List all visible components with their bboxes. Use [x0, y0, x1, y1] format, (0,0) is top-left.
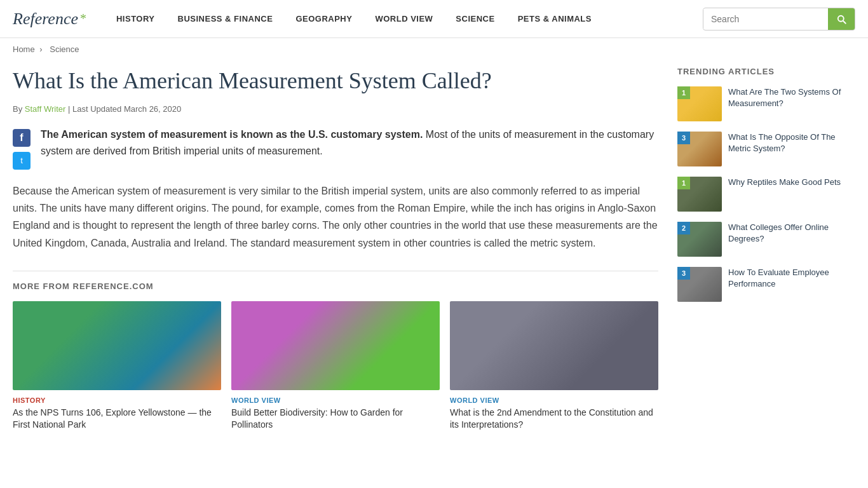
- nav-item-business---finance[interactable]: BUSINESS & FINANCE: [166, 14, 285, 24]
- header: Reference* HISTORYBUSINESS & FINANCEGEOG…: [0, 0, 868, 38]
- more-from-title: MORE FROM REFERENCE.COM: [13, 271, 658, 291]
- card-category: HISTORY: [13, 396, 221, 404]
- trending-image-wrap: 1: [677, 86, 722, 121]
- facebook-share-button[interactable]: f: [13, 129, 31, 147]
- nav-item-geography[interactable]: GEOGRAPHY: [284, 14, 363, 24]
- breadcrumb: Home › Science: [0, 38, 868, 60]
- trending-item[interactable]: 1 What Are The Two Systems Of Measuremen…: [677, 86, 855, 121]
- main-nav: HISTORYBUSINESS & FINANCEGEOGRAPHYWORLD …: [105, 14, 703, 24]
- breadcrumb-current: Science: [50, 44, 79, 54]
- trending-image-wrap: 3: [677, 132, 722, 166]
- trending-item[interactable]: 1 Why Reptiles Make Good Pets: [677, 177, 855, 212]
- card-image: [231, 301, 440, 390]
- trending-image-wrap: 1: [677, 177, 722, 212]
- card-title: What is the 2nd Amendment to the Constit…: [450, 407, 658, 431]
- article-lead: f t The American system of measurement i…: [13, 126, 658, 170]
- nav-item-world-view[interactable]: WORLD VIEW: [363, 14, 444, 24]
- nav-item-pets---animals[interactable]: PETS & ANIMALS: [506, 14, 603, 24]
- article-updated: Last Updated March 26, 2020: [72, 104, 181, 114]
- card-item[interactable]: WORLD VIEW Build Better Biodiversity: Ho…: [231, 301, 440, 431]
- card-item[interactable]: HISTORY As the NPS Turns 106, Explore Ye…: [13, 301, 221, 431]
- site-logo[interactable]: Reference*: [13, 10, 86, 29]
- trending-image-wrap: 2: [677, 222, 722, 257]
- main-layout: What Is the American Measurement System …: [0, 60, 868, 444]
- trending-image-wrap: 3: [677, 267, 722, 302]
- article-meta: By Staff Writer | Last Updated March 26,…: [13, 104, 658, 114]
- card-category: WORLD VIEW: [231, 396, 440, 404]
- article-area: What Is the American Measurement System …: [13, 67, 658, 431]
- trending-list: 1 What Are The Two Systems Of Measuremen…: [677, 86, 855, 302]
- lead-bold: The American system of measurement is kn…: [41, 129, 423, 140]
- card-grid: HISTORY As the NPS Turns 106, Explore Ye…: [13, 301, 658, 431]
- breadcrumb-separator: ›: [39, 44, 42, 54]
- card-title: Build Better Biodiversity: How to Garden…: [231, 407, 440, 431]
- trending-item[interactable]: 3 What Is The Opposite Of The Metric Sys…: [677, 132, 855, 166]
- trending-title: TRENDING ARTICLES: [677, 67, 855, 76]
- trending-item[interactable]: 2 What Colleges Offer Online Degrees?: [677, 222, 855, 257]
- article-author: Staff Writer: [25, 104, 66, 114]
- search-button[interactable]: [828, 8, 855, 30]
- trending-item[interactable]: 3 How To Evaluate Employee Performance: [677, 267, 855, 302]
- trending-rank-badge: 1: [677, 177, 690, 189]
- nav-item-science[interactable]: SCIENCE: [444, 14, 506, 24]
- card-image: [13, 301, 221, 390]
- card-category: WORLD VIEW: [450, 396, 658, 404]
- card-image: [450, 301, 658, 390]
- trending-item-title[interactable]: What Is The Opposite Of The Metric Syste…: [728, 132, 855, 154]
- card-title: As the NPS Turns 106, Explore Yellowston…: [13, 407, 221, 431]
- article-body: Because the American system of measureme…: [13, 182, 658, 252]
- trending-rank-badge: 2: [677, 222, 690, 234]
- trending-rank-badge: 3: [677, 132, 690, 144]
- nav-item-history[interactable]: HISTORY: [105, 14, 166, 24]
- breadcrumb-home[interactable]: Home: [13, 44, 35, 54]
- trending-item-title[interactable]: What Colleges Offer Online Degrees?: [728, 222, 855, 245]
- twitter-share-button[interactable]: t: [13, 152, 31, 170]
- trending-item-title[interactable]: How To Evaluate Employee Performance: [728, 267, 855, 290]
- trending-item-title[interactable]: Why Reptiles Make Good Pets: [728, 177, 855, 188]
- sidebar: TRENDING ARTICLES 1 What Are The Two Sys…: [677, 67, 855, 431]
- meta-by: By: [13, 104, 22, 114]
- search-bar: [703, 8, 855, 30]
- trending-rank-badge: 1: [677, 86, 690, 99]
- trending-item-title[interactable]: What Are The Two Systems Of Measurement?: [728, 86, 855, 109]
- social-share: f t: [13, 129, 31, 170]
- trending-rank-badge: 3: [677, 267, 690, 280]
- search-icon: [836, 13, 847, 25]
- card-item[interactable]: WORLD VIEW What is the 2nd Amendment to …: [450, 301, 658, 431]
- search-input[interactable]: [703, 9, 828, 29]
- meta-separator: |: [68, 104, 72, 114]
- article-title: What Is the American Measurement System …: [13, 67, 658, 95]
